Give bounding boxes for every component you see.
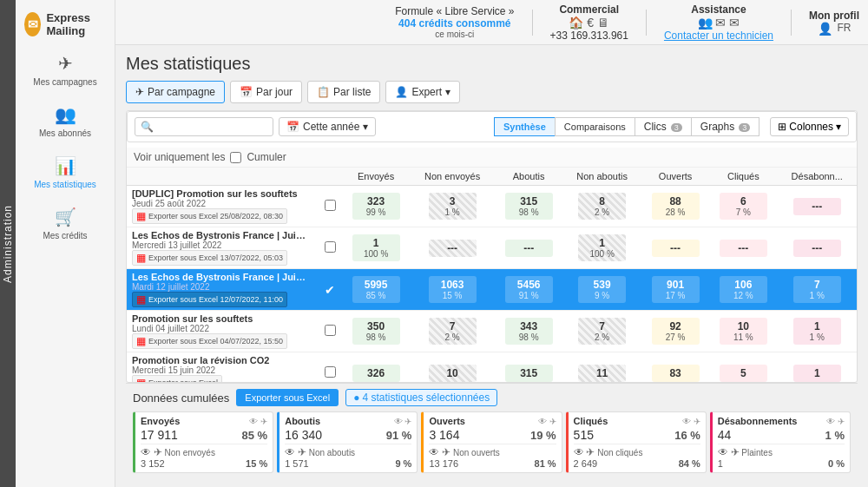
non-envoy-val: 1063 [434, 279, 471, 291]
tab-jour-label: Par jour [256, 86, 293, 98]
chevron-down-icon: ▾ [445, 86, 450, 98]
tab-graphs[interactable]: Graphs 3 [691, 117, 760, 136]
non-aboutis-cell: 539 9 % [562, 269, 641, 311]
cum-card-aboutis: Aboutis 👁 ✈ 16 340 91 % 👁 ✈ Non aboutis … [277, 411, 418, 473]
cum-row: 16 340 91 % [285, 428, 411, 442]
tab-bar: ✈ Par campagne 📅 Par jour 📋 Par liste 👤 … [126, 81, 858, 103]
non-aboutis-box: 7 2 % [578, 318, 626, 345]
ouverts-cell: 92 27 % [641, 311, 709, 352]
ouverts-box: 83 [652, 365, 700, 382]
export-badge[interactable]: ▦ Exporter sous Excel 04/07/2022, 15:50 [132, 333, 287, 349]
eye-icon: 👁 [574, 446, 584, 458]
non-aboutis-pct: 100 % [583, 249, 621, 259]
cum-sub-label: 👁 ✈ Non envoyés [141, 446, 215, 458]
table-row[interactable]: Les Echos de Bystronis France | Juillet … [127, 227, 857, 269]
aboutis-cell: 315 [495, 352, 562, 383]
tab-par-liste[interactable]: 📋 Par liste [307, 81, 380, 103]
desabon-box: 1 1 % [793, 318, 841, 345]
aboutis-pct: 98 % [510, 207, 548, 217]
tab-synthese[interactable]: Synthèse [494, 117, 556, 136]
row-check-cell[interactable] [318, 186, 342, 227]
aboutis-box: 315 98 % [505, 193, 553, 220]
header-divider2 [646, 10, 647, 36]
non-aboutis-box: 8 2 % [578, 193, 626, 220]
chevron-down-icon: ▾ [363, 121, 368, 133]
assistance-icons: 👥 ✉ ✉ [698, 16, 740, 30]
cum-sub-label: 👁 ✈ Plaintes [718, 446, 773, 458]
col-check-header [318, 168, 342, 186]
year-filter-btn[interactable]: 📅 Cette année ▾ [279, 117, 376, 136]
profile-section[interactable]: Mon profil 👤 FR [809, 10, 859, 36]
cum-icons: 👁 ✈ [394, 417, 412, 426]
envoy-pct: 85 % [358, 291, 395, 300]
excel-icon: ▦ [136, 252, 146, 264]
table-row[interactable]: Les Echos de Bystronis France | Juillet … [127, 269, 857, 311]
cumuler-label: Cumuler [247, 151, 286, 163]
formula-section: Formule « Libre Service » 404 crédits co… [395, 5, 514, 39]
desabon-pct: 1 % [799, 332, 836, 342]
cum-row: 515 16 % [574, 428, 700, 442]
tab-comparaisons[interactable]: Comparaisons [555, 117, 635, 136]
table-row[interactable]: Promotion sur la révision CO2 Mercredi 1… [127, 352, 857, 383]
tab-clics[interactable]: Clics 3 [635, 117, 692, 136]
ouverts-box: 92 27 % [652, 318, 700, 345]
export-badge[interactable]: ▦ Exporter sous Excel 25/08/2022, 08:30 [132, 208, 287, 224]
cliques-cell: --- [709, 227, 777, 269]
sidebar-item-statistics[interactable]: 📊 Mes statistiques [16, 147, 115, 198]
table-row[interactable]: [DUPLIC] Promotion sur les souftets Jeud… [127, 186, 857, 227]
non-aboutis-pct: 9 % [583, 291, 621, 300]
cum-sub-row: 👁 ✈ Non cliqués [574, 444, 700, 458]
sidebar-item-subscribers[interactable]: 👥 Mes abonnés [16, 95, 115, 147]
non-aboutis-pct: 2 % [583, 207, 621, 217]
cum-row: 17 911 85 % [141, 428, 267, 442]
tab-liste-icon: 📋 [317, 86, 330, 98]
tab-expert[interactable]: 👤 Expert ▾ [385, 81, 460, 103]
envoy-pct: 98 % [358, 332, 395, 342]
row-check-cell[interactable] [318, 311, 342, 352]
row-check-cell[interactable] [318, 352, 342, 383]
tab-par-jour[interactable]: 📅 Par jour [230, 81, 302, 103]
cum-sub-pct: 81 % [535, 458, 556, 469]
voir-checkbox[interactable] [230, 152, 241, 163]
aboutis-val: 343 [510, 320, 548, 332]
sidebar-item-campaigns[interactable]: ✈ Mes campagnes [16, 44, 115, 95]
ouverts-val: 901 [657, 279, 694, 291]
ouverts-box: --- [652, 240, 700, 257]
year-filter-label: Cette année [303, 121, 359, 133]
aboutis-box: 5456 91 % [505, 276, 553, 303]
campaigns-label: Mes campagnes [33, 77, 96, 87]
row-check-cell[interactable] [318, 227, 342, 269]
cliques-box: 10 11 % [720, 318, 767, 345]
export-excel-btn[interactable]: Exporter sous Excel [236, 389, 339, 406]
aboutis-cell: --- [495, 227, 562, 269]
export-badge[interactable]: ▦ Exporter sous Excel 13/07/2022, 05:03 [132, 250, 287, 266]
desabon-box: --- [793, 198, 841, 215]
aboutis-pct: 91 % [510, 291, 548, 300]
cum-pct: 91 % [386, 429, 412, 442]
aboutis-val: 315 [510, 195, 548, 207]
non-envoy-cell: 1063 15 % [410, 269, 495, 311]
chevron-down-icon: ▾ [836, 121, 841, 133]
logo-icon: ✉ [24, 12, 41, 36]
row-check-cell[interactable]: ✔ [318, 269, 342, 311]
campaign-title: Les Echos de Bystronis France | Juillet … [132, 272, 306, 282]
arrow-icon: ✈ [586, 446, 595, 458]
sidebar-item-credits[interactable]: 🛒 Mes crédits [16, 198, 115, 249]
ouverts-pct: 28 % [657, 207, 694, 217]
cum-val: 3 164 [429, 428, 459, 442]
non-envoy-box: 10 [429, 365, 477, 382]
export-badge[interactable]: ▦ Exporter sous Excel [132, 375, 222, 382]
header-divider3 [791, 10, 792, 36]
non-envoy-box: 3 1 % [429, 193, 477, 220]
assistance-contact[interactable]: Contacter un technicien [664, 30, 773, 42]
cum-sub-val-row: 1 571 9 % [285, 458, 411, 469]
search-input[interactable] [157, 122, 261, 132]
non-aboutis-val: 7 [583, 320, 621, 332]
tab-par-campagne[interactable]: ✈ Par campagne [126, 81, 225, 103]
table-row[interactable]: Promotion sur les souftets Lundi 04 juil… [127, 311, 857, 352]
cum-sub-val-row: 1 0 % [718, 458, 845, 469]
desabon-cell: --- [777, 186, 857, 227]
columns-btn[interactable]: ⊞ Colonnes ▾ [770, 117, 849, 136]
export-badge[interactable]: ▦ Exporter sous Excel 12/07/2022, 11:00 [132, 292, 287, 307]
voir-label: Voir uniquement les [134, 151, 225, 163]
